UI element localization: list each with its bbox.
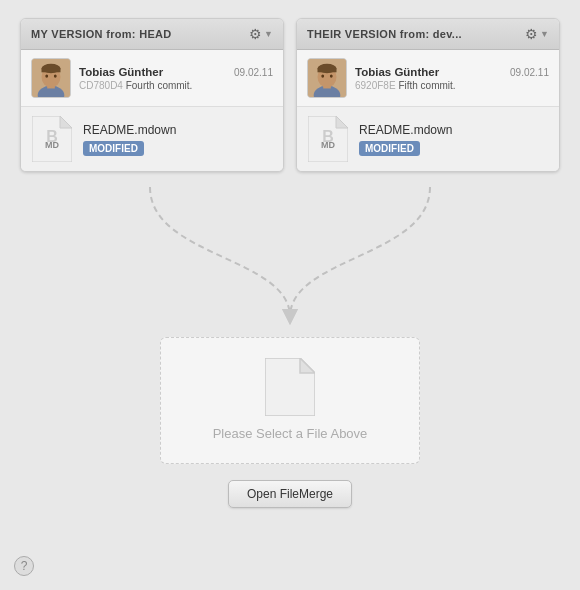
right-author-row: Tobias Günther 09.02.11 (355, 66, 549, 78)
svg-marker-25 (282, 309, 298, 325)
left-commit-info: Tobias Günther 09.02.11 CD780D4 Fourth c… (21, 50, 283, 106)
left-modified-badge: MODIFIED (83, 141, 144, 156)
main-container: MY VERSION from: HEAD ⚙ ▼ (0, 0, 580, 590)
left-file-row[interactable]: MD B README.mdown MODIFIED (21, 106, 283, 171)
left-commit-hash: CD780D4 (79, 80, 123, 91)
left-gear-button[interactable]: ⚙ ▼ (249, 26, 273, 42)
right-chevron-icon: ▼ (540, 29, 549, 39)
right-commit-author: Tobias Günther (355, 66, 439, 78)
left-commit-message: Fourth commit. (126, 80, 193, 91)
arrows-area (20, 177, 560, 337)
right-version-panel: THEIR VERSION from: dev... ⚙ ▼ (296, 18, 560, 172)
left-chevron-icon: ▼ (264, 29, 273, 39)
left-version-panel: MY VERSION from: HEAD ⚙ ▼ (20, 18, 284, 172)
panels-row: MY VERSION from: HEAD ⚙ ▼ (20, 18, 560, 172)
svg-rect-5 (42, 69, 61, 73)
svg-marker-27 (300, 358, 315, 373)
right-gear-icon: ⚙ (525, 26, 538, 42)
left-file-name: README.mdown (83, 123, 273, 137)
left-panel-title: MY VERSION from: HEAD (31, 28, 172, 40)
help-icon: ? (21, 559, 28, 573)
left-panel-header: MY VERSION from: HEAD ⚙ ▼ (21, 19, 283, 50)
left-file-icon: MD B (31, 115, 73, 163)
left-avatar (31, 58, 71, 98)
help-button[interactable]: ? (14, 556, 34, 576)
right-gear-button[interactable]: ⚙ ▼ (525, 26, 549, 42)
right-file-info: README.mdown MODIFIED (359, 123, 549, 156)
left-author-row: Tobias Günther 09.02.11 (79, 66, 273, 78)
right-file-icon: MD B (307, 115, 349, 163)
right-commit-details: Tobias Günther 09.02.11 6920F8E Fifth co… (355, 66, 549, 91)
right-file-row[interactable]: MD B README.mdown MODIFIED (297, 106, 559, 171)
left-file-info: README.mdown MODIFIED (83, 123, 273, 156)
right-file-name: README.mdown (359, 123, 549, 137)
right-commit-hash: 6920F8E (355, 80, 396, 91)
svg-marker-9 (60, 116, 72, 128)
left-commit-date: 09.02.11 (234, 67, 273, 78)
right-commit-date: 09.02.11 (510, 67, 549, 78)
svg-text:B: B (322, 128, 334, 145)
right-panel-title: THEIR VERSION from: dev... (307, 28, 462, 40)
right-panel-header: THEIR VERSION from: dev... ⚙ ▼ (297, 19, 559, 50)
output-file-icon (265, 358, 315, 416)
right-commit-info: Tobias Günther 09.02.11 6920F8E Fifth co… (297, 50, 559, 106)
right-commit-hash-msg: 6920F8E Fifth commit. (355, 80, 549, 91)
left-commit-hash-msg: CD780D4 Fourth commit. (79, 80, 273, 91)
svg-marker-21 (336, 116, 348, 128)
left-gear-icon: ⚙ (249, 26, 262, 42)
svg-point-6 (45, 74, 48, 77)
svg-point-7 (54, 74, 57, 77)
left-commit-details: Tobias Günther 09.02.11 CD780D4 Fourth c… (79, 66, 273, 91)
open-filemerge-button[interactable]: Open FileMerge (228, 480, 352, 508)
svg-rect-17 (318, 69, 337, 73)
svg-point-18 (321, 74, 324, 77)
output-box: Please Select a File Above (160, 337, 420, 464)
right-modified-badge: MODIFIED (359, 141, 420, 156)
left-commit-author: Tobias Günther (79, 66, 163, 78)
output-placeholder-text: Please Select a File Above (213, 426, 368, 441)
svg-point-19 (330, 74, 333, 77)
right-avatar (307, 58, 347, 98)
right-commit-message: Fifth commit. (398, 80, 455, 91)
svg-text:B: B (46, 128, 58, 145)
